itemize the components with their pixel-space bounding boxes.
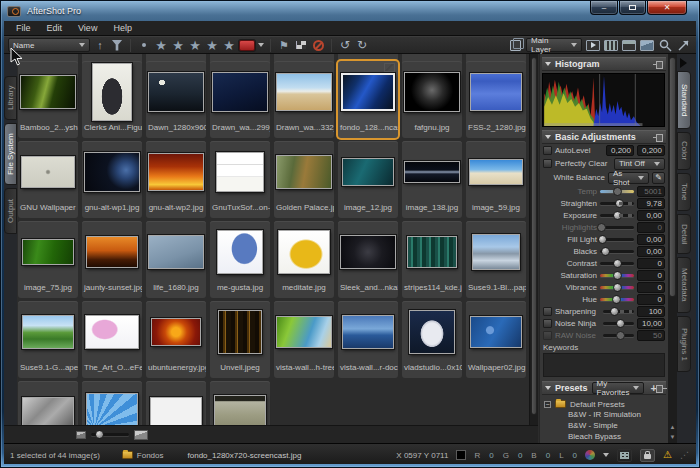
rotate-right-button[interactable]: ↻	[355, 38, 369, 53]
white-balance-dropdown[interactable]: As Shot	[608, 172, 649, 184]
thumbnail-image[interactable]	[407, 236, 457, 268]
white-balance-eyedropper-button[interactable]: ✎	[652, 172, 665, 184]
rotate-left-button[interactable]: ↺	[338, 38, 352, 53]
color-label-dropdown-arrow[interactable]	[258, 43, 264, 47]
thumbnail-image[interactable]	[148, 72, 204, 112]
menu-edit[interactable]: Edit	[39, 22, 71, 34]
adjustment-value[interactable]: 0	[637, 222, 665, 233]
pin-icon[interactable]	[653, 134, 663, 141]
tab-output[interactable]: Output	[4, 188, 17, 234]
thumbnail-cell[interactable]: vista-wall...r-dock.jpg	[338, 301, 398, 378]
preset-folder-row[interactable]: − Default Presets	[542, 398, 666, 410]
minimize-button[interactable]: –	[590, 1, 618, 15]
flag-finished-button[interactable]	[294, 38, 308, 53]
adjustment-value[interactable]: 0	[637, 258, 665, 269]
thumbnail-cell[interactable]: fondo_128...ncast.jpg	[338, 61, 398, 138]
autolevel-checkbox[interactable]	[543, 146, 552, 155]
thumbnail-image[interactable]	[214, 395, 266, 425]
color-label-button[interactable]	[239, 38, 255, 53]
thumbnail-image[interactable]	[404, 72, 460, 112]
slider-track[interactable]	[600, 286, 634, 289]
thumbnail-image[interactable]	[278, 230, 330, 274]
scroll-down-icon[interactable]: ▼	[668, 433, 677, 441]
thumbnail-image[interactable]	[342, 315, 394, 349]
thumbnail-cell[interactable]: Dawn_1280x960.jpg	[146, 61, 206, 138]
tab-color[interactable]: Color	[677, 132, 691, 170]
adjustment-value[interactable]: 0	[637, 282, 665, 293]
slider-handle[interactable]	[598, 235, 607, 244]
thumbnail-cell[interactable]: The_Art_O...eFear.jpg	[82, 301, 142, 378]
tab-library[interactable]: Library	[4, 76, 17, 120]
maximize-button[interactable]	[619, 1, 646, 15]
menu-file[interactable]: File	[8, 22, 39, 34]
thumbnail-cell[interactable]	[146, 381, 206, 425]
menu-help[interactable]: Help	[105, 22, 140, 34]
thumbnail-image[interactable]	[470, 73, 522, 111]
title-bar[interactable]: AfterShot Pro – ✕	[1, 1, 699, 21]
raw-noise-checkbox[interactable]	[543, 331, 552, 340]
thumbnail-cell[interactable]: Drawn_wa...299_.jpg	[210, 61, 270, 138]
layer-dropdown[interactable]: Main Layer	[526, 38, 582, 52]
adjustment-value[interactable]: 5001	[637, 186, 665, 197]
slideshow-button[interactable]	[586, 38, 600, 53]
slider-handle[interactable]	[601, 247, 610, 256]
thumbnail-image[interactable]	[20, 75, 76, 109]
thumbnail-cell[interactable]: vista-wall...h-tree.jpg	[274, 301, 334, 378]
thumbnail-cell[interactable]: gnu-alt-wp1.jpg	[82, 141, 142, 218]
thumbnail-cell[interactable]: meditate.jpg	[274, 221, 334, 298]
thumbnail-cell[interactable]: vladstudio...0x1024.jpg	[402, 301, 462, 378]
current-folder[interactable]: Fondos	[122, 451, 164, 460]
thumbnail-image[interactable]	[470, 316, 522, 348]
thumbnail-cell[interactable]: life_1680.jpg	[146, 221, 206, 298]
thumbnail-cell[interactable]: fafgnu.jpg	[402, 61, 462, 138]
thumbnail-cell[interactable]: Suse9.1-G...apers.jpg	[18, 301, 78, 378]
layers-button[interactable]	[508, 38, 522, 53]
collapse-icon[interactable]	[545, 135, 551, 139]
rating-star-4-button[interactable]: ★	[205, 38, 219, 53]
thumbnail-image[interactable]	[212, 72, 268, 112]
thumbnail-cell[interactable]: jaunty-sunset.jpg	[82, 221, 142, 298]
noise-ninja-checkbox[interactable]	[543, 319, 552, 328]
tab-file-system[interactable]: File System	[4, 123, 17, 185]
sharpening-checkbox[interactable]	[543, 307, 552, 316]
slider-track[interactable]	[600, 190, 634, 193]
slider-track[interactable]	[603, 310, 634, 313]
thumbnail-image[interactable]	[150, 397, 202, 425]
slider-handle[interactable]	[613, 271, 622, 280]
slider-track[interactable]	[600, 250, 634, 253]
thumbnail-image[interactable]	[472, 234, 520, 270]
thumbnail-image[interactable]	[216, 152, 264, 192]
combined-view-button[interactable]	[622, 38, 636, 53]
thumbnail-cell[interactable]: image_138.jpg	[402, 141, 462, 218]
thumbnail-image[interactable]	[21, 156, 75, 188]
slider-track[interactable]	[603, 334, 634, 337]
thumbnail-cell[interactable]: FSS-2_1280.jpg	[466, 61, 526, 138]
tab-detail[interactable]: Detail	[677, 214, 691, 254]
thumbnail-cell[interactable]: GnuTuxSof...on-v1.jpg	[210, 141, 270, 218]
thumbnail-cell[interactable]: Sleek_and...nkahn.jpg	[338, 221, 398, 298]
magnify-button[interactable]	[658, 38, 672, 53]
slider-handle[interactable]	[613, 259, 622, 268]
adjustment-value[interactable]: 100	[637, 306, 665, 317]
thumbnail-image[interactable]	[276, 73, 332, 111]
slider-track[interactable]	[600, 274, 634, 277]
thumbnail-cell[interactable]: Suse9.1-Bl...papers.jpg	[466, 221, 526, 298]
autolevel-low-value[interactable]: 0,200	[606, 145, 634, 156]
sort-ascending-button[interactable]: ↑	[93, 38, 107, 53]
lock-button[interactable]	[640, 449, 655, 462]
slider-handle[interactable]	[616, 331, 625, 340]
flag-reject-button[interactable]	[311, 38, 325, 53]
thumbnail-image[interactable]	[217, 230, 263, 274]
tab-standard[interactable]: Standard	[677, 71, 691, 129]
menu-view[interactable]: View	[70, 22, 105, 34]
thumbnail-image[interactable]	[469, 159, 523, 185]
collapse-icon[interactable]	[545, 386, 551, 390]
panel-scrollbar[interactable]: ▲ ▼	[668, 54, 677, 443]
adjustment-value[interactable]: 9,78	[637, 198, 665, 209]
slider-handle[interactable]	[613, 211, 622, 220]
perfectly-clear-checkbox[interactable]	[543, 159, 552, 168]
collapse-icon[interactable]	[545, 62, 551, 66]
slider-track[interactable]	[600, 298, 634, 301]
thumbnail-cell[interactable]	[210, 381, 270, 425]
rating-star-5-button[interactable]: ★	[222, 38, 236, 53]
